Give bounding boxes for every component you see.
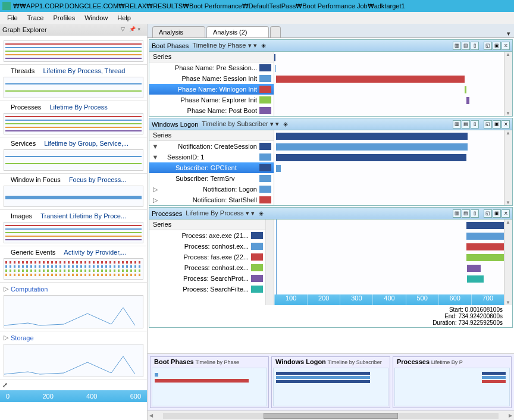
layout-icon[interactable]: ▤: [462, 42, 470, 50]
bottom-thumb[interactable]: [394, 368, 510, 406]
chart-bar: [466, 233, 509, 240]
explorer-category[interactable]: ▷Computation: [4, 285, 143, 293]
tabs-menu-icon[interactable]: ▾: [507, 30, 514, 37]
series-row[interactable]: Process: conhost.ex...: [149, 262, 265, 273]
layout-icon[interactable]: ▥: [453, 209, 461, 218]
explorer-thumbnail[interactable]: [4, 258, 143, 280]
series-row[interactable]: Process: axe.exe (21...: [149, 230, 265, 241]
chart-bar: [274, 54, 275, 61]
panel-header[interactable]: Windows LogonTimeline by Subscriber ▾ ▾⛯…: [149, 118, 512, 130]
bottom-thumbnails: Boot Phases Timeline by PhaseWindows Log…: [148, 353, 514, 410]
layout-icon[interactable]: ▥: [453, 42, 461, 50]
menu-bar: File Trace Profiles Window Help: [0, 12, 514, 24]
explorer-thumbnail[interactable]: [4, 40, 143, 62]
layout-icon[interactable]: ▤: [462, 209, 470, 218]
menu-trace[interactable]: Trace: [23, 13, 49, 23]
series-row[interactable]: Phase Name: Session Init: [149, 73, 274, 84]
series-row[interactable]: Process: SearchProt...: [149, 273, 265, 284]
series-row[interactable]: Phase Name: Winlogon Init: [149, 84, 274, 95]
restore-icon[interactable]: ▣: [493, 42, 501, 50]
chart-area[interactable]: 100200300400500600700: [274, 220, 512, 305]
bottom-thumb-title: Boot Phases Timeline by Phase: [151, 357, 268, 366]
explorer-item[interactable]: Processes Lifetime By Process: [4, 104, 143, 111]
series-row[interactable]: ▷Notification: Logon: [149, 184, 274, 195]
vertical-scrollbar[interactable]: [504, 130, 512, 205]
close-icon[interactable]: ⨯: [502, 120, 510, 128]
layout-icon[interactable]: ▯: [471, 42, 479, 50]
explorer-thumbnail[interactable]: [4, 113, 143, 134]
series-header: Series: [149, 130, 274, 141]
restore-icon[interactable]: ▣: [493, 120, 501, 128]
bottom-thumb[interactable]: [273, 368, 388, 406]
menu-file[interactable]: File: [2, 13, 23, 23]
close-icon[interactable]: ⨯: [502, 42, 510, 50]
dropdown-icon[interactable]: ▽: [121, 26, 128, 33]
series-row[interactable]: Process: fas.exe (22...: [149, 252, 265, 262]
layout-icon[interactable]: ▥: [453, 120, 461, 128]
window-icon[interactable]: ◱: [484, 120, 492, 128]
explorer-thumbnail[interactable]: [4, 77, 143, 98]
explorer-item[interactable]: Window in Focus Focus by Process...: [4, 176, 143, 183]
vertical-scrollbar[interactable]: [504, 52, 512, 116]
explorer-thumbnail[interactable]: [4, 186, 143, 207]
pin-icon[interactable]: 📌: [129, 26, 136, 33]
series-row[interactable]: Process: SearchFilte...: [149, 284, 265, 294]
mode-dropdown[interactable]: Timeline by Subscriber ▾ ▾: [202, 120, 279, 128]
horizontal-scrollbar[interactable]: [148, 410, 514, 420]
series-row[interactable]: Subscriber: GPClient: [149, 162, 274, 173]
chart-bar: [276, 133, 468, 140]
window-icon[interactable]: ◱: [484, 42, 492, 50]
series-header: Series: [149, 220, 265, 230]
chart-bar: [276, 143, 468, 151]
explorer-item[interactable]: Generic Events Activity by Provider,...: [4, 249, 143, 256]
explorer-thumbnail[interactable]: [4, 222, 143, 243]
layout-icon[interactable]: ▯: [471, 120, 479, 128]
panel-header[interactable]: Boot PhasesTimeline by Phase ▾ ▾⛯▥▤▯ ◱▣⨯: [149, 40, 512, 52]
tabs-bar: Analysis Analysis (2) ▾: [148, 24, 514, 38]
layout-icon[interactable]: ▤: [462, 120, 470, 128]
close-icon[interactable]: ×: [137, 26, 145, 33]
mode-dropdown[interactable]: Lifetime By Process ▾ ▾: [186, 209, 254, 217]
chart-bar: [275, 65, 277, 72]
settings-icon[interactable]: ⛯: [261, 42, 267, 49]
window-icon[interactable]: ◱: [484, 209, 492, 218]
series-row[interactable]: Phase Name: Pre Session...: [149, 62, 274, 73]
series-row[interactable]: Phase Name: Post Boot: [149, 105, 274, 116]
vertical-scrollbar[interactable]: [504, 220, 512, 305]
mode-dropdown[interactable]: Timeline by Phase ▾ ▾: [192, 42, 256, 49]
cursor-icon[interactable]: ⤢: [0, 380, 147, 390]
tab-blank[interactable]: [270, 26, 280, 37]
explorer-item[interactable]: Threads Lifetime By Process, Thread: [4, 67, 143, 74]
explorer-thumbnail[interactable]: [4, 344, 143, 377]
explorer-item[interactable]: Images Transient Lifetime By Proce...: [4, 212, 143, 220]
explorer-thumbnail[interactable]: [4, 295, 143, 328]
explorer-category[interactable]: ▷Storage: [4, 334, 143, 341]
restore-icon[interactable]: ▣: [493, 209, 501, 218]
series-row[interactable]: Phase Name: Explorer Init: [149, 95, 274, 105]
chart-area[interactable]: [274, 130, 512, 205]
series-row[interactable]: ▷Notification: StartShell: [149, 195, 274, 205]
menu-profiles[interactable]: Profiles: [48, 13, 80, 23]
series-row[interactable]: ▼Notification: CreateSession: [149, 141, 274, 152]
explorer-list[interactable]: Threads Lifetime By Process, ThreadProce…: [0, 36, 147, 420]
series-row[interactable]: ▼SessionID: 1: [149, 152, 274, 162]
panel-header[interactable]: ProcessesLifetime By Process ▾ ▾⛯▥▤▯ ◱▣⨯: [149, 208, 512, 220]
settings-icon[interactable]: ⛯: [258, 210, 265, 217]
layout-icon[interactable]: ▯: [471, 209, 479, 218]
bottom-thumb[interactable]: [152, 368, 267, 406]
title-bar: ₩₩APP1.CORP.DONGCLEE.COM₩RELAX₩RESULTS₩B…: [0, 0, 514, 12]
menu-help[interactable]: Help: [112, 13, 136, 23]
graph-explorer-sidebar: Graph Explorer ▽ 📌 × Threads Lifetime By…: [0, 24, 148, 420]
series-scrollbar[interactable]: [265, 220, 274, 305]
chart-area[interactable]: [274, 52, 512, 116]
settings-icon[interactable]: ⛯: [283, 121, 289, 128]
explorer-thumbnail[interactable]: [4, 149, 143, 171]
menu-window[interactable]: Window: [80, 13, 112, 23]
chart-bar: [465, 86, 466, 93]
series-row[interactable]: Subscriber: TermSrv: [149, 173, 274, 184]
series-row[interactable]: Process: conhost.ex...: [149, 241, 265, 252]
close-icon[interactable]: ⨯: [502, 209, 510, 218]
tab-analysis-2[interactable]: Analysis (2): [206, 26, 269, 37]
explorer-item[interactable]: Services Lifetime by Group, Service,...: [4, 140, 143, 147]
tab-analysis[interactable]: Analysis: [152, 26, 205, 37]
